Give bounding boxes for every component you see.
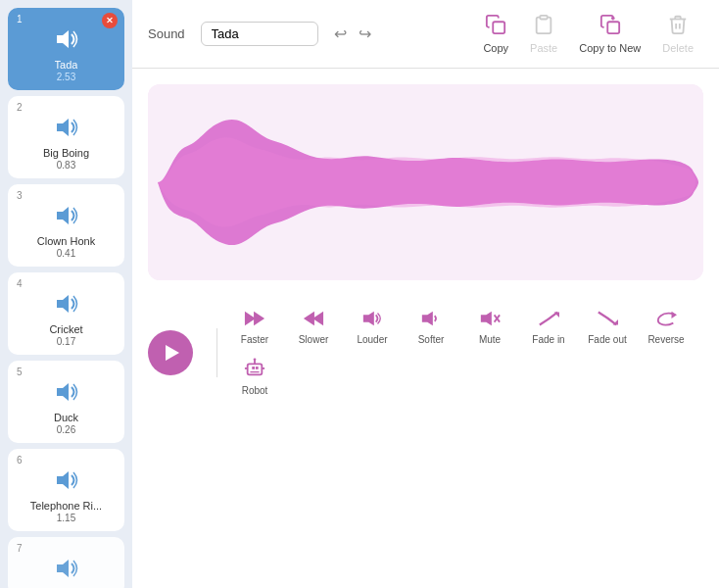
svg-rect-8 xyxy=(540,16,547,20)
effect-mute-button[interactable]: Mute xyxy=(460,304,519,351)
svg-rect-7 xyxy=(493,22,504,33)
effect-softer-button[interactable]: Softer xyxy=(402,304,460,351)
fade-in-icon xyxy=(538,310,559,332)
svg-marker-17 xyxy=(363,312,374,326)
sound-item-7[interactable]: 7 xyxy=(8,537,124,588)
toolbar-actions: Copy Paste xyxy=(473,10,703,58)
copy-icon xyxy=(485,14,506,40)
svg-marker-1 xyxy=(57,119,69,136)
svg-marker-0 xyxy=(57,30,69,48)
sound-item-2[interactable]: 2 Big Boing0.83 xyxy=(8,96,124,178)
waveform-svg xyxy=(148,84,703,280)
svg-marker-5 xyxy=(57,471,69,489)
svg-marker-2 xyxy=(57,207,69,224)
delete-label: Delete xyxy=(662,42,694,54)
paste-icon xyxy=(533,14,554,40)
effect-mute-label: Mute xyxy=(479,334,501,345)
paste-label: Paste xyxy=(530,42,557,54)
svg-marker-24 xyxy=(672,312,678,318)
item-name: Cricket xyxy=(49,323,82,335)
item-number: 6 xyxy=(17,455,23,466)
item-name: Tada xyxy=(55,59,78,71)
effect-faster-label: Faster xyxy=(241,334,268,345)
speaker-icon xyxy=(53,292,80,319)
item-duration: 0.17 xyxy=(57,336,75,347)
paste-button[interactable]: Paste xyxy=(520,10,567,58)
controls-row: FasterSlowerLouderSofterMuteFade inFade … xyxy=(132,296,719,414)
delete-icon xyxy=(667,14,689,40)
item-name: Big Boing xyxy=(43,147,89,159)
effect-robot-button[interactable]: Robot xyxy=(225,351,284,402)
copy-to-new-icon xyxy=(599,14,621,40)
item-name: Duck xyxy=(54,412,78,423)
item-duration: 0.26 xyxy=(57,424,75,435)
effect-slower-label: Slower xyxy=(299,334,329,345)
softer-icon xyxy=(420,310,442,332)
copy-to-new-label: Copy to New xyxy=(579,42,641,54)
sound-item-5[interactable]: 5 Duck0.26 xyxy=(8,361,124,443)
svg-rect-27 xyxy=(256,367,259,369)
item-number: 1 xyxy=(17,14,23,24)
speaker-icon xyxy=(53,27,80,55)
item-name: Telephone Ri... xyxy=(30,500,102,512)
louder-icon xyxy=(361,310,383,332)
effect-robot-label: Robot xyxy=(242,385,268,396)
play-icon xyxy=(166,345,179,361)
effect-louder-button[interactable]: Louder xyxy=(343,304,402,351)
item-delete-button[interactable]: ✕ xyxy=(102,13,118,28)
copy-to-new-button[interactable]: Copy to New xyxy=(569,10,650,58)
copy-button[interactable]: Copy xyxy=(473,10,518,58)
sound-label: Sound xyxy=(148,26,185,41)
redo-button[interactable]: ↪ xyxy=(355,23,375,45)
slower-icon xyxy=(303,310,324,332)
undo-redo-group: ↩ ↪ xyxy=(330,23,375,45)
effect-softer-label: Softer xyxy=(418,334,445,345)
svg-marker-19 xyxy=(481,312,492,326)
svg-marker-16 xyxy=(304,312,314,326)
effect-fade-in-label: Fade in xyxy=(532,334,564,345)
fade-out-icon xyxy=(597,310,618,332)
svg-rect-26 xyxy=(252,367,255,369)
delete-button[interactable]: Delete xyxy=(652,10,703,58)
sound-item-3[interactable]: 3 Clown Honk0.41 xyxy=(8,184,124,267)
svg-rect-9 xyxy=(607,22,619,33)
speaker-icon xyxy=(53,380,80,408)
item-duration: 0.83 xyxy=(57,160,75,171)
copy-label: Copy xyxy=(483,42,508,54)
sound-item-1[interactable]: 1✕ Tada2.53 xyxy=(8,8,124,90)
svg-marker-6 xyxy=(57,560,69,577)
speaker-icon xyxy=(53,116,80,143)
effects-grid: FasterSlowerLouderSofterMuteFade inFade … xyxy=(225,304,703,402)
effect-fade-out-label: Fade out xyxy=(588,334,626,345)
mute-icon xyxy=(479,310,501,332)
effect-slower-button[interactable]: Slower xyxy=(284,304,343,351)
robot-icon xyxy=(244,357,265,383)
main-panel: Sound ↩ ↪ Copy xyxy=(132,0,719,588)
sound-item-4[interactable]: 4 Cricket0.17 xyxy=(8,272,124,355)
waveform-container xyxy=(148,84,703,280)
speaker-icon xyxy=(53,557,80,584)
undo-button[interactable]: ↩ xyxy=(330,23,351,45)
effect-reverse-label: Reverse xyxy=(647,334,684,345)
effect-louder-label: Louder xyxy=(357,334,387,345)
effect-reverse-button[interactable]: Reverse xyxy=(637,304,695,351)
sound-name-input[interactable] xyxy=(201,22,318,46)
sound-item-6[interactable]: 6 Telephone Ri...1.15 xyxy=(8,449,124,531)
toolbar: Sound ↩ ↪ Copy xyxy=(132,0,719,69)
item-duration: 2.53 xyxy=(57,72,75,82)
effect-fade-in-button[interactable]: Fade in xyxy=(519,304,578,351)
svg-marker-18 xyxy=(422,312,433,326)
item-number: 2 xyxy=(17,102,23,113)
play-button[interactable] xyxy=(148,330,193,375)
reverse-icon xyxy=(655,310,677,332)
svg-marker-14 xyxy=(254,312,264,326)
item-number: 4 xyxy=(17,278,23,289)
effect-faster-button[interactable]: Faster xyxy=(225,304,284,351)
speaker-icon xyxy=(53,468,80,496)
item-duration: 1.15 xyxy=(57,513,75,523)
effect-fade-out-button[interactable]: Fade out xyxy=(578,304,637,351)
item-number: 7 xyxy=(17,543,23,554)
item-number: 5 xyxy=(17,367,23,377)
speaker-icon xyxy=(53,204,80,231)
sound-list: 1✕ Tada2.532 Big Boing0.833 Clown Honk0.… xyxy=(0,0,132,588)
